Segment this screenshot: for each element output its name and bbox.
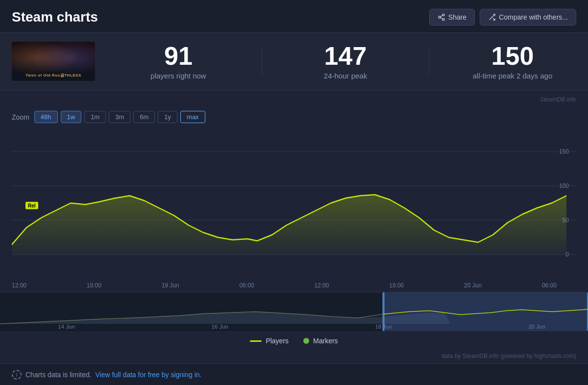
chart-svg: 150 100 50 0 [12, 132, 576, 279]
main-chart: Rel 150 100 50 0 [12, 132, 576, 279]
x-label-5: 12:00 [314, 282, 329, 289]
svg-point-1 [439, 16, 441, 18]
x-label-2: 18:00 [87, 282, 101, 289]
chart-fill [12, 195, 566, 255]
svg-text:20 Jun: 20 Jun [528, 324, 545, 330]
zoom-1y-button[interactable]: 1y [158, 111, 177, 123]
stat-divider-1 [262, 47, 262, 76]
zoom-48h-button[interactable]: 48h [34, 111, 58, 123]
header-actions: Share Compare with others... [429, 9, 576, 26]
navigator-container[interactable]: 14 Jun 16 Jun 18 Jun 20 Jun [0, 292, 588, 331]
footer-text: Charts data is limited. [25, 371, 92, 379]
current-players-number: 91 [164, 43, 193, 69]
all-time-peak-number: 150 [491, 43, 534, 69]
data-credit: data by SteamDB.info (powered by highcha… [0, 351, 588, 363]
svg-text:14 Jun: 14 Jun [58, 324, 74, 330]
game-info-bar: 91 players right now 147 24-hour peak 15… [0, 32, 588, 90]
legend-markers-dot [303, 338, 309, 344]
chart-wrapper: SteamDB.info Zoom 48h 1w 1m 3m 6m 1y max… [0, 90, 588, 363]
svg-text:18 Jun: 18 Jun [375, 324, 392, 330]
x-label-6: 18:00 [389, 282, 404, 289]
svg-text:100: 100 [559, 182, 569, 189]
stat-divider-2 [429, 47, 429, 76]
current-players-stat: 91 players right now [115, 43, 242, 80]
all-time-peak-label: all-time peak 2 days ago [473, 72, 553, 80]
x-label-7: 20 Jun [464, 282, 482, 289]
steamdb-credit: SteamDB.info [12, 96, 576, 106]
x-label-4: 06:00 [240, 282, 254, 289]
navigator-svg: 14 Jun 16 Jun 18 Jun 20 Jun [0, 292, 588, 331]
zoom-1w-button[interactable]: 1w [61, 111, 82, 123]
x-label-1: 12:00 [12, 282, 26, 289]
zoom-label: Zoom [12, 113, 29, 121]
compare-icon [488, 13, 496, 21]
footer-bar: i Charts data is limited. View full data… [0, 363, 588, 385]
peak-24h-number: 147 [324, 43, 367, 69]
zoom-6m-button[interactable]: 6m [133, 111, 155, 123]
compare-button[interactable]: Compare with others... [480, 9, 576, 26]
x-label-3: 19 Jun [162, 282, 179, 289]
peak-24h-stat: 147 24-hour peak [282, 43, 409, 80]
legend-players: Players [250, 337, 289, 345]
all-time-peak-stat: 150 all-time peak 2 days ago [449, 43, 576, 80]
legend-area: Players Markers [0, 331, 588, 351]
legend-markers-label: Markers [313, 337, 338, 345]
sign-in-link[interactable]: View full data for free by signing in. [96, 371, 202, 379]
x-axis-labels: 12:00 18:00 19 Jun 06:00 12:00 18:00 20 … [12, 279, 576, 292]
page-title: Steam charts [12, 9, 98, 25]
svg-point-0 [442, 14, 444, 16]
share-icon [438, 13, 445, 21]
chart-area: SteamDB.info Zoom 48h 1w 1m 3m 6m 1y max… [0, 90, 588, 292]
zoom-1m-button[interactable]: 1m [84, 111, 106, 123]
zoom-max-button[interactable]: max [180, 111, 205, 123]
share-label: Share [448, 13, 466, 21]
rel-label: Rel [25, 202, 38, 209]
svg-line-3 [441, 18, 443, 19]
share-button[interactable]: Share [429, 9, 475, 26]
current-players-label: players right now [150, 72, 206, 80]
peak-24h-label: 24-hour peak [324, 72, 367, 80]
game-thumbnail [12, 42, 95, 81]
legend-players-label: Players [266, 337, 289, 345]
x-label-8: 06:00 [542, 282, 557, 289]
legend-players-line [250, 340, 262, 342]
zoom-3m-button[interactable]: 3m [109, 111, 130, 123]
svg-point-2 [442, 19, 444, 21]
game-art [12, 42, 95, 81]
info-icon: i [12, 370, 22, 380]
header: Steam charts Share Compare with others..… [0, 0, 588, 32]
zoom-controls: Zoom 48h 1w 1m 3m 6m 1y max [12, 106, 576, 127]
compare-label: Compare with others... [499, 13, 568, 21]
legend-markers: Markers [303, 337, 338, 345]
svg-text:16 Jun: 16 Jun [211, 324, 228, 330]
svg-line-4 [441, 15, 443, 17]
svg-text:150: 150 [559, 148, 569, 155]
